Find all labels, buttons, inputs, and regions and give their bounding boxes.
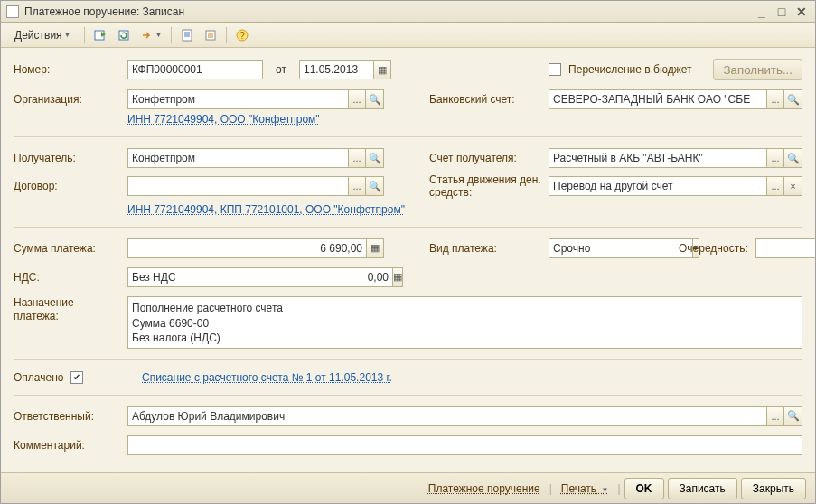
order-field: ▴▾	[755, 238, 795, 258]
divider	[14, 395, 802, 396]
label-bankacct: Банковский счет:	[429, 93, 541, 106]
doc-link[interactable]: Платежное поручение	[423, 482, 546, 495]
fill-button[interactable]: Заполнить...	[713, 59, 802, 80]
cashflow-input[interactable]	[549, 176, 766, 196]
calc-icon[interactable]: ▦	[392, 267, 403, 287]
tb-report-icon[interactable]	[176, 25, 198, 45]
row-receiver: Получатель: ... 🔍 Счет получателя: ... 🔍	[14, 148, 802, 168]
row-paid: Оплачено ✔ Списание с расчетного счета №…	[14, 371, 802, 384]
ellipsis-icon[interactable]: ...	[766, 176, 784, 196]
label-responsible: Ответственный:	[14, 410, 120, 423]
tb-refresh-icon[interactable]	[113, 25, 135, 45]
bankacct-input[interactable]	[549, 89, 766, 109]
row-responsible: Ответственный: ... 🔍	[14, 406, 802, 426]
document-icon	[6, 5, 19, 18]
svg-rect-2	[183, 30, 192, 41]
comment-input[interactable]	[127, 435, 802, 455]
org-link[interactable]: ИНН 7721049904, ООО "Конфетпром"	[127, 113, 320, 126]
label-recvacct: Счет получателя:	[429, 152, 541, 164]
label-comment: Комментарий:	[14, 439, 120, 452]
row-vat: НДС: ... ▦	[14, 267, 802, 287]
contract-input[interactable]	[127, 176, 348, 196]
magnify-icon[interactable]: 🔍	[366, 148, 384, 168]
row-purpose: Назначение платежа:	[14, 296, 802, 349]
magnify-icon[interactable]: 🔍	[784, 148, 802, 168]
dropdown-icon: ▼	[64, 31, 71, 39]
actions-menu[interactable]: Действия▼	[6, 25, 80, 45]
ptype-input[interactable]	[549, 238, 692, 258]
row-comment: Комментарий:	[14, 435, 802, 455]
close-button[interactable]: ✕	[793, 5, 810, 19]
recvacct-input[interactable]	[549, 148, 766, 168]
row-org: Организация: ... 🔍 Банковский счет: ... …	[14, 89, 802, 109]
label-receiver: Получатель:	[14, 152, 120, 164]
label-budget: Перечисление в бюджет	[568, 63, 691, 76]
close-button[interactable]: Закрыть	[741, 478, 806, 499]
label-paid: Оплачено	[14, 371, 63, 384]
cashflow-field: ... ×	[549, 176, 802, 196]
order-input[interactable]	[755, 238, 815, 258]
magnify-icon[interactable]: 🔍	[366, 176, 384, 196]
print-menu[interactable]: Печать ▼	[556, 482, 614, 495]
receiver-field: ... 🔍	[127, 148, 384, 168]
row-contract: Договор: ... 🔍 Статья движения ден. сред…	[14, 173, 802, 200]
vat-sum-input[interactable]	[249, 267, 392, 287]
ellipsis-icon[interactable]: ...	[766, 406, 784, 426]
ellipsis-icon[interactable]: ...	[348, 176, 366, 196]
label-ptype: Вид платежа:	[429, 242, 541, 255]
sum-input[interactable]	[127, 238, 366, 258]
contract-field: ... 🔍	[127, 176, 384, 196]
clear-icon[interactable]: ×	[784, 176, 802, 196]
label-number: Номер:	[14, 63, 120, 76]
write-button[interactable]: Записать	[668, 478, 737, 499]
label-org: Организация:	[14, 93, 120, 106]
calendar-icon[interactable]: ▦	[373, 60, 391, 79]
tb-list-icon[interactable]	[200, 25, 221, 45]
window: Платежное поручение: Записан _ □ ✕ Дейст…	[0, 0, 816, 504]
form-body: Номер: от ▦ Перечисление в бюджет Заполн…	[1, 48, 815, 472]
minimize-button[interactable]: _	[754, 5, 770, 19]
purpose-textarea[interactable]	[127, 296, 802, 349]
org-field: ... 🔍	[127, 89, 384, 109]
divider	[14, 136, 802, 137]
responsible-input[interactable]	[127, 406, 766, 426]
dropdown-icon: ▼	[601, 486, 608, 494]
budget-checkbox[interactable]	[549, 63, 561, 76]
maximize-button[interactable]: □	[774, 5, 790, 19]
ellipsis-icon[interactable]: ...	[766, 89, 784, 109]
svg-text:?: ?	[240, 31, 246, 41]
magnify-icon[interactable]: 🔍	[784, 406, 802, 426]
receiver-input[interactable]	[127, 148, 348, 168]
paid-link[interactable]: Списание с расчетного счета № 1 от 11.05…	[142, 371, 392, 384]
org-input[interactable]	[127, 89, 348, 109]
titlebar: Платежное поручение: Записан _ □ ✕	[1, 1, 815, 23]
label-contract: Договор:	[14, 180, 120, 192]
number-input[interactable]	[127, 60, 263, 79]
ok-button[interactable]: OK	[624, 478, 664, 499]
tb-post-icon[interactable]	[89, 25, 111, 45]
tb-basedon-icon[interactable]: ▼	[136, 25, 167, 45]
row-sum: Сумма платежа: ▦ Вид платежа: ▾ Очередно…	[14, 238, 802, 258]
tb-help-icon[interactable]: ?	[231, 25, 253, 45]
paid-checkbox[interactable]: ✔	[70, 371, 83, 384]
label-cashflow: Статья движения ден. средств:	[429, 173, 541, 200]
ellipsis-icon[interactable]: ...	[348, 89, 366, 109]
toolbar: Действия▼ ▼ ?	[1, 23, 815, 48]
ptype-field: ▾	[549, 238, 655, 258]
window-title: Платежное поручение: Записан	[24, 5, 750, 18]
ellipsis-icon[interactable]: ...	[766, 148, 784, 168]
label-purpose: Назначение платежа:	[14, 296, 120, 324]
calc-icon[interactable]: ▦	[366, 238, 384, 258]
vat-type-field: ...	[127, 267, 229, 287]
receiver-link[interactable]: ИНН 7721049904, КПП 772101001, ООО "Конф…	[127, 203, 405, 216]
recvacct-field: ... 🔍	[549, 148, 802, 168]
date-field: ▦	[299, 60, 391, 79]
label-vat: НДС:	[14, 271, 120, 284]
responsible-field: ... 🔍	[127, 406, 802, 426]
magnify-icon[interactable]: 🔍	[784, 89, 802, 109]
row-number: Номер: от ▦ Перечисление в бюджет Заполн…	[14, 59, 802, 80]
row-org-link: ИНН 7721049904, ООО "Конфетпром"	[14, 113, 802, 126]
ellipsis-icon[interactable]: ...	[348, 148, 366, 168]
date-input[interactable]	[299, 60, 373, 79]
magnify-icon[interactable]: 🔍	[366, 89, 384, 109]
